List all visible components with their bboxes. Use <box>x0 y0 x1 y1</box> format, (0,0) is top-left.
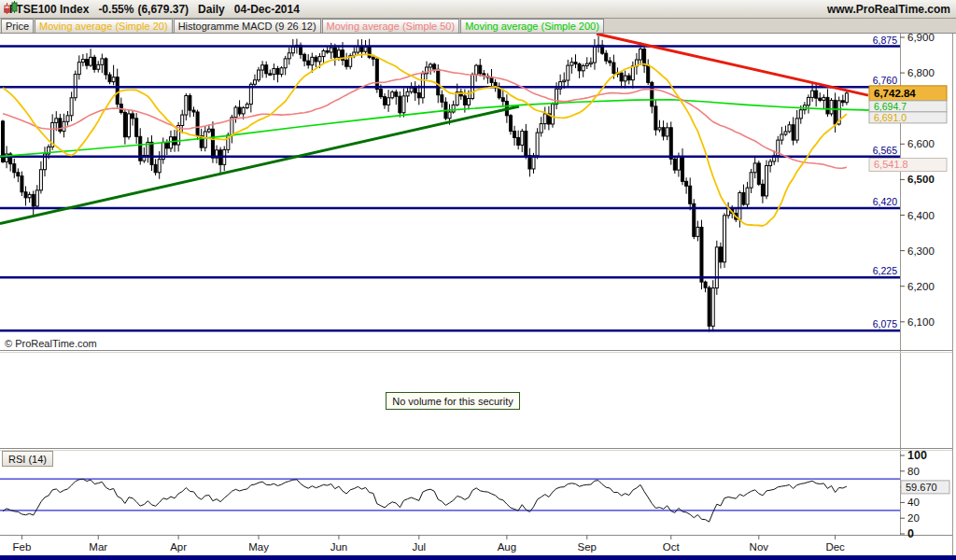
candle-body <box>834 100 836 124</box>
month-label: Oct <box>663 541 681 553</box>
candle-body <box>669 128 672 160</box>
candle-body <box>792 125 794 140</box>
candle-body <box>333 48 336 57</box>
rsi-tick-label: 80 <box>907 466 920 477</box>
candle-body <box>326 50 329 52</box>
price-tick-label: 6,200 <box>907 281 935 292</box>
candle-body <box>158 160 161 173</box>
candle-body <box>211 129 214 158</box>
candle-body <box>708 287 710 326</box>
candle-body <box>132 114 134 119</box>
candle-body <box>452 105 455 112</box>
candle-body <box>101 59 104 64</box>
candle-body <box>567 65 569 80</box>
price-box-label: 6,691.0 <box>874 112 907 123</box>
candle-body <box>364 47 367 51</box>
candle-body <box>28 194 31 197</box>
candle-body <box>13 164 16 173</box>
price-tick-label: 6,600 <box>907 138 935 149</box>
candle-body <box>63 121 65 131</box>
candle-body <box>467 99 470 105</box>
candle-body <box>536 133 539 156</box>
month-label: Apr <box>170 541 187 553</box>
candle-body <box>662 128 665 136</box>
candle-body <box>375 59 378 89</box>
candle-body <box>700 227 703 282</box>
candle-body <box>647 65 650 82</box>
candle-body <box>17 173 20 176</box>
month-label: Mar <box>89 541 107 553</box>
month-label: Nov <box>750 541 769 553</box>
candle-body <box>181 115 184 125</box>
candle-body <box>291 47 294 52</box>
candle-body <box>585 63 588 65</box>
ma20-line <box>3 54 847 226</box>
candle-body <box>769 161 772 166</box>
candle-body <box>414 88 416 92</box>
price-tick-label: 6,300 <box>907 245 935 257</box>
candle-body <box>746 188 749 204</box>
candle-body <box>433 64 436 69</box>
candle-body <box>475 65 478 75</box>
candle-body <box>761 184 764 196</box>
candle-body <box>540 124 542 133</box>
level-price-label: 6,075 <box>873 318 897 329</box>
candle-body <box>135 119 138 136</box>
candle-body <box>207 129 210 132</box>
candle-body <box>654 106 657 130</box>
candle-body <box>612 63 615 73</box>
prorealtime-window: FTSE100 Index -0.55% (6,679.37) Daily 04… <box>0 0 956 560</box>
candle-body <box>811 91 814 97</box>
rsi-indicator-tab[interactable]: RSI (14) <box>2 451 53 467</box>
candle-body <box>284 59 287 68</box>
rsi-tick-label: 40 <box>907 497 920 508</box>
candle-body <box>658 128 661 130</box>
candle-body <box>753 163 756 173</box>
candle-body <box>570 63 573 65</box>
month-label: Jul <box>412 541 426 553</box>
price-box-label: 6,694.7 <box>874 101 907 112</box>
candle-body <box>315 57 317 62</box>
candle-body <box>479 65 482 74</box>
candle-body <box>192 110 195 112</box>
rsi-value-label: 59.670 <box>906 482 937 493</box>
month-label: Dec <box>825 541 845 553</box>
candle-body <box>399 96 401 113</box>
candle-body <box>448 112 451 119</box>
candle-body <box>766 166 768 196</box>
candle-body <box>715 247 718 288</box>
candle-body <box>402 96 405 113</box>
candle-body <box>112 77 115 82</box>
candle-body <box>631 66 634 80</box>
candle-body <box>845 93 848 103</box>
candle-body <box>624 76 626 81</box>
candle-body <box>303 54 306 61</box>
level-price-label: 6,875 <box>873 35 897 46</box>
candle-body <box>55 119 58 123</box>
candle-body <box>330 48 332 52</box>
candle-body <box>463 96 466 105</box>
candle-body <box>719 247 722 262</box>
candle-body <box>513 132 516 138</box>
candle-body <box>242 107 245 113</box>
candle-body <box>724 216 726 262</box>
candle-body <box>711 288 714 327</box>
price-tick-label: 6,900 <box>907 32 935 43</box>
level-price-label: 6,760 <box>873 75 897 86</box>
candle-body <box>318 57 321 62</box>
candle-body <box>696 227 699 236</box>
price-tick-label: 6,400 <box>907 210 935 221</box>
candle-body <box>189 95 191 110</box>
candle-body <box>261 65 264 70</box>
price-tick-label: 6,500 <box>907 174 935 185</box>
rsi-tick-label: 0 <box>907 527 914 540</box>
no-volume-message: No volume for this security <box>386 392 520 410</box>
candle-body <box>521 132 524 146</box>
month-label: Jun <box>330 541 348 553</box>
candle-body <box>417 92 420 97</box>
candle-body <box>682 157 684 181</box>
candle-body <box>509 116 512 132</box>
candle-body <box>788 125 791 132</box>
level-price-label: 6,420 <box>873 196 897 207</box>
copyright-watermark: © ProRealTime.com <box>5 338 97 349</box>
